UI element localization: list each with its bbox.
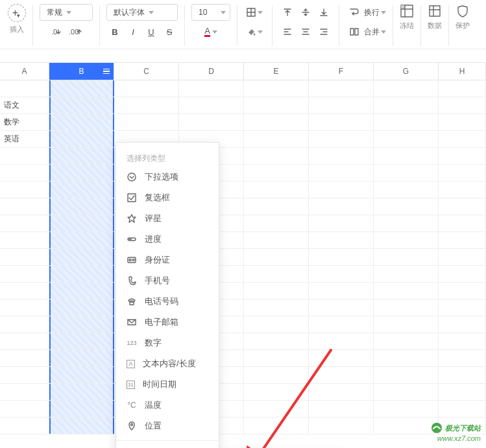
cell[interactable] — [374, 97, 439, 113]
cell[interactable] — [374, 316, 439, 333]
cell[interactable] — [309, 316, 374, 333]
cell[interactable] — [49, 333, 114, 349]
cell[interactable] — [49, 367, 114, 383]
mi-number[interactable]: 123数字 — [116, 333, 219, 353]
cell[interactable] — [309, 198, 374, 215]
cell[interactable] — [244, 249, 309, 265]
cell[interactable] — [49, 350, 114, 366]
cell[interactable] — [439, 249, 486, 265]
cell[interactable] — [49, 97, 114, 113]
cell[interactable] — [439, 384, 486, 400]
col-header-F[interactable]: F — [309, 63, 374, 80]
cell[interactable] — [244, 384, 309, 400]
cell[interactable] — [309, 350, 374, 366]
mi-temperature[interactable]: °C温度 — [116, 395, 219, 416]
cell[interactable] — [179, 114, 244, 130]
cell[interactable] — [309, 114, 374, 130]
cell[interactable] — [439, 198, 486, 215]
cell[interactable] — [439, 131, 486, 147]
mi-location[interactable]: 位置 — [116, 416, 219, 436]
cell[interactable] — [439, 232, 486, 248]
cell[interactable] — [49, 131, 114, 147]
mi-rating[interactable]: 评星 — [116, 208, 219, 229]
cell[interactable] — [439, 350, 486, 366]
font-color-button[interactable]: A — [202, 23, 220, 40]
cell[interactable] — [244, 232, 309, 248]
cell[interactable] — [374, 266, 439, 282]
col-header-D[interactable]: D — [179, 63, 244, 80]
cell[interactable] — [309, 97, 374, 113]
cell[interactable] — [374, 80, 439, 97]
cell[interactable] — [309, 418, 374, 434]
cell[interactable] — [49, 316, 114, 333]
valign-mid-button[interactable] — [297, 4, 314, 21]
cell[interactable]: 数学 — [0, 114, 49, 130]
cell[interactable] — [0, 316, 49, 333]
align-left-button[interactable] — [279, 23, 296, 40]
cell[interactable] — [49, 182, 114, 198]
cell[interactable] — [439, 80, 486, 97]
cell[interactable] — [439, 182, 486, 198]
cell[interactable] — [0, 401, 49, 417]
cell[interactable] — [244, 283, 309, 299]
underline-button[interactable]: U — [143, 23, 160, 40]
cell[interactable] — [49, 215, 114, 231]
wrap-button[interactable] — [346, 4, 363, 21]
align-right-button[interactable] — [315, 23, 332, 40]
cell[interactable] — [439, 148, 486, 164]
cell[interactable] — [244, 97, 309, 113]
cell[interactable] — [309, 165, 374, 181]
cell[interactable] — [439, 165, 486, 181]
mi-email[interactable]: 电子邮箱 — [116, 312, 219, 333]
cell[interactable] — [309, 266, 374, 282]
cell[interactable] — [49, 401, 114, 417]
col-header-B[interactable]: B — [49, 63, 114, 80]
cell[interactable] — [49, 165, 114, 181]
cell[interactable] — [244, 401, 309, 417]
cell[interactable] — [309, 215, 374, 231]
valign-bot-button[interactable] — [315, 4, 332, 21]
cell[interactable] — [374, 418, 439, 434]
strike-button[interactable]: S — [161, 23, 178, 40]
cell[interactable] — [439, 97, 486, 113]
mi-dropdown[interactable]: 下拉选项 — [116, 167, 219, 187]
cell[interactable] — [0, 350, 49, 366]
freeze-group[interactable]: 冻结 — [397, 4, 417, 30]
cell[interactable] — [374, 283, 439, 299]
cell[interactable] — [244, 266, 309, 282]
cell[interactable] — [244, 114, 309, 130]
cell[interactable] — [374, 215, 439, 231]
cell[interactable] — [0, 165, 49, 181]
mi-checkbox[interactable]: 复选框 — [116, 187, 219, 208]
cell[interactable] — [49, 384, 114, 400]
cell[interactable] — [0, 215, 49, 231]
cell[interactable] — [114, 114, 179, 130]
cell[interactable]: 英语 — [0, 131, 49, 147]
cell[interactable] — [244, 300, 309, 316]
cell[interactable] — [374, 131, 439, 147]
mi-mobile[interactable]: 手机号 — [116, 270, 219, 291]
cell[interactable] — [49, 232, 114, 248]
mi-text[interactable]: A文本内容/长度 — [116, 353, 219, 374]
cell[interactable] — [374, 350, 439, 366]
col-header-E[interactable]: E — [244, 63, 309, 80]
cell[interactable] — [244, 215, 309, 231]
col-header-G[interactable]: G — [374, 63, 439, 80]
cell[interactable] — [439, 367, 486, 383]
cell[interactable] — [0, 266, 49, 282]
cell[interactable] — [439, 114, 486, 130]
cell[interactable] — [374, 148, 439, 164]
cell[interactable] — [439, 401, 486, 417]
cell[interactable] — [309, 283, 374, 299]
cell[interactable] — [374, 198, 439, 215]
cell[interactable] — [49, 148, 114, 164]
cell[interactable] — [439, 215, 486, 231]
align-center-button[interactable] — [297, 23, 314, 40]
merge-button[interactable] — [346, 23, 363, 40]
cell[interactable] — [309, 333, 374, 349]
bold-button[interactable]: B — [106, 23, 123, 40]
data-group[interactable]: 数据 — [425, 4, 444, 30]
cell[interactable] — [244, 80, 309, 97]
cell[interactable] — [114, 80, 179, 97]
cell[interactable] — [0, 384, 49, 400]
